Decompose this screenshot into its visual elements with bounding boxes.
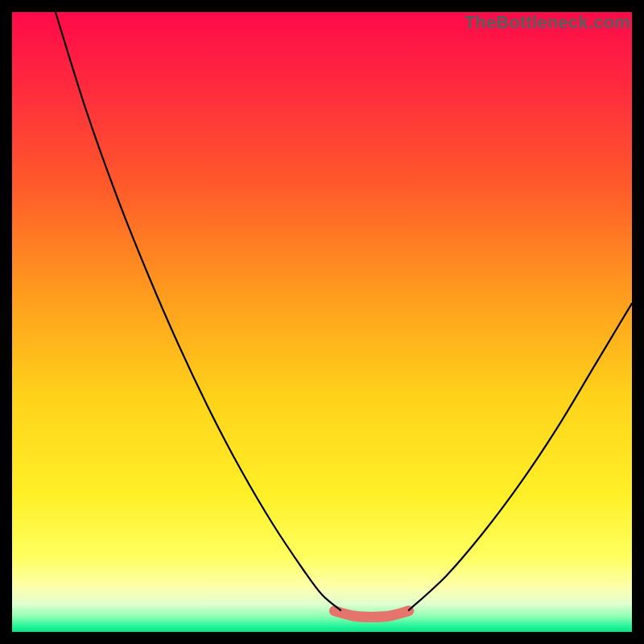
chart-frame: TheBottleneck.com — [12, 12, 632, 632]
chart-svg — [12, 12, 632, 632]
gradient-background — [12, 12, 632, 632]
watermark-text: TheBottleneck.com — [464, 12, 630, 33]
